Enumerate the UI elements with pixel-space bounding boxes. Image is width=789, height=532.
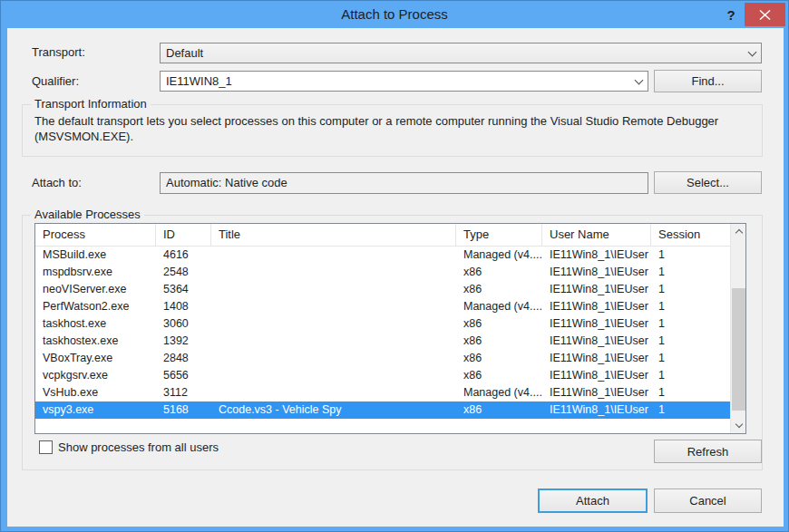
close-button[interactable] <box>745 3 785 26</box>
show-all-users-label[interactable]: Show processes from all users <box>58 440 219 454</box>
cell-session: 1 <box>651 384 730 401</box>
cell-id: 5656 <box>156 367 211 384</box>
cell-session: 1 <box>651 315 730 333</box>
process-row-taskhost.exe[interactable]: taskhost.exe3060x86IE11Win8_1\IEUser [a.… <box>35 315 730 333</box>
cell-id: 1408 <box>156 298 211 315</box>
cell-user: IE11Win8_1\IEUser <box>542 281 651 298</box>
cell-process: taskhostex.exe <box>35 333 156 350</box>
process-row-neoVIServer.exe[interactable]: neoVIServer.exe5364x86IE11Win8_1\IEUser1 <box>35 281 730 298</box>
process-row-mspdbsrv.exe[interactable]: mspdbsrv.exe2548x86IE11Win8_1\IEUser1 <box>35 264 730 281</box>
process-list: ProcessIDTitleTypeUser NameSession MSBui… <box>34 223 746 434</box>
help-icon: ? <box>726 7 735 23</box>
find-button[interactable]: Find... <box>654 70 762 92</box>
cell-session: 1 <box>651 298 730 315</box>
process-row-vcpkgsrv.exe[interactable]: vcpkgsrv.exe5656x86IE11Win8_1\IEUser1 <box>35 367 730 384</box>
cell-id: 1392 <box>156 333 211 350</box>
cell-process: VsHub.exe <box>35 384 156 401</box>
cell-session: 1 <box>651 350 730 367</box>
cell-session: 1 <box>651 264 730 281</box>
scroll-up-button[interactable] <box>731 224 746 239</box>
process-row-vspy3.exe[interactable]: vspy3.exe5168Ccode.vs3 - Vehicle Spyx86I… <box>35 401 730 419</box>
cell-title <box>211 384 456 401</box>
cell-session: 1 <box>651 333 730 350</box>
cell-user: IE11Win8_1\IEUser <box>542 333 651 350</box>
cell-process: vcpkgsrv.exe <box>35 367 156 384</box>
process-row-PerfWatson2.exe[interactable]: PerfWatson2.exe1408Managed (v4....IE11Wi… <box>35 298 730 315</box>
cell-type: x86 <box>456 367 542 384</box>
transport-information-group: Transport Information The default transp… <box>22 104 763 157</box>
qualifier-combobox[interactable]: IE11WIN8_1 <box>160 71 648 92</box>
cell-process: PerfWatson2.exe <box>35 298 156 315</box>
cell-title <box>211 281 456 298</box>
attach-to-process-dialog: Attach to Process ? Transport: Default Q… <box>0 0 789 532</box>
column-header-user-name[interactable]: User Name <box>542 224 651 246</box>
dialog-body: Transport: Default Qualifier: IE11WIN8_1… <box>7 28 784 527</box>
title-bar[interactable]: Attach to Process ? <box>1 1 788 28</box>
process-list-content: ProcessIDTitleTypeUser NameSession MSBui… <box>35 224 730 433</box>
cell-title <box>211 247 456 264</box>
chevron-down-icon <box>634 75 643 84</box>
qualifier-value: IE11WIN8_1 <box>161 74 629 88</box>
cell-id: 5168 <box>156 401 211 419</box>
cell-user: IE11Win8_1\IEUser <box>542 401 651 419</box>
process-row-MSBuild.exe[interactable]: MSBuild.exe4616Managed (v4....IE11Win8_1… <box>35 247 730 264</box>
process-list-rows: MSBuild.exe4616Managed (v4....IE11Win8_1… <box>35 247 730 419</box>
scrollbar-thumb[interactable] <box>732 288 745 411</box>
transport-dropdown-arrow[interactable] <box>743 44 761 63</box>
cell-title <box>211 367 456 384</box>
chevron-down-icon <box>747 47 756 56</box>
select-button[interactable]: Select... <box>654 171 762 194</box>
cell-user: IE11Win8_1\IEUser <box>542 298 651 315</box>
cell-type: x86 <box>456 350 542 367</box>
cell-type: x86 <box>456 315 542 333</box>
transport-information-title: Transport Information <box>31 97 151 111</box>
table-scrollbar[interactable] <box>730 224 745 433</box>
qualifier-label: Qualifier: <box>32 74 79 88</box>
cell-id: 2548 <box>156 264 211 281</box>
cell-id: 5364 <box>156 281 211 298</box>
cell-type: x86 <box>456 281 542 298</box>
process-row-taskhostex.exe[interactable]: taskhostex.exe1392x86IE11Win8_1\IEUser1 <box>35 333 730 350</box>
cell-process: mspdbsrv.exe <box>35 264 156 281</box>
available-processes-title: Available Processes <box>31 208 144 221</box>
cell-type: x86 <box>456 333 542 350</box>
attach-to-label: Attach to: <box>32 176 82 189</box>
scroll-down-button[interactable] <box>731 418 746 433</box>
transport-dropdown[interactable]: Default <box>160 43 762 63</box>
cell-session: 1 <box>651 401 730 419</box>
cell-session: 1 <box>651 247 730 264</box>
cell-title <box>211 315 456 333</box>
refresh-button[interactable]: Refresh <box>654 440 762 463</box>
help-button[interactable]: ? <box>721 5 741 25</box>
transport-label: Transport: <box>32 45 85 59</box>
cell-title <box>211 350 456 367</box>
cell-session: 1 <box>651 367 730 384</box>
dialog-title: Attach to Process <box>1 6 788 22</box>
column-header-id[interactable]: ID <box>156 224 211 246</box>
attach-button[interactable]: Attach <box>538 488 648 513</box>
cell-title: Ccode.vs3 - Vehicle Spy <box>211 401 456 419</box>
cancel-button[interactable]: Cancel <box>654 488 762 513</box>
process-row-VBoxTray.exe[interactable]: VBoxTray.exe2848x86IE11Win8_1\IEUser1 <box>35 350 730 367</box>
column-header-type[interactable]: Type <box>456 224 542 246</box>
column-header-process[interactable]: Process <box>35 224 156 246</box>
cell-user: IE11Win8_1\IEUser <box>542 350 651 367</box>
cell-id: 4616 <box>156 247 211 264</box>
cell-type: Managed (v4.... <box>456 384 542 401</box>
cell-process: vspy3.exe <box>35 401 156 419</box>
process-row-VsHub.exe[interactable]: VsHub.exe3112Managed (v4....IE11Win8_1\I… <box>35 384 730 401</box>
qualifier-dropdown-arrow[interactable] <box>629 72 648 91</box>
column-header-session[interactable]: Session <box>651 224 730 246</box>
show-all-users-checkbox[interactable] <box>39 440 53 454</box>
process-list-header: ProcessIDTitleTypeUser NameSession <box>35 224 730 247</box>
transport-value: Default <box>161 46 743 60</box>
cell-title <box>211 298 456 315</box>
column-header-title[interactable]: Title <box>211 224 456 246</box>
attach-to-field[interactable]: Automatic: Native code <box>160 172 648 194</box>
cell-id: 2848 <box>156 350 211 367</box>
cell-user: IE11Win8_1\IEUser <box>542 384 651 401</box>
show-all-users-option: Show processes from all users <box>39 440 219 454</box>
cell-type: Managed (v4.... <box>456 298 542 315</box>
cell-type: x86 <box>456 401 542 419</box>
cell-process: MSBuild.exe <box>35 247 156 264</box>
